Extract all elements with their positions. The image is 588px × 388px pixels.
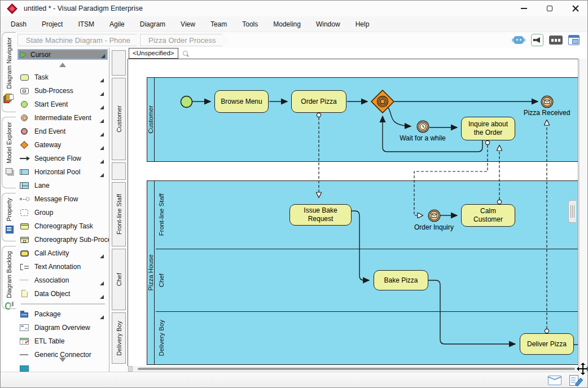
pool-pizza-house-header[interactable]: Pizza House <box>147 181 155 364</box>
app-window: untitled * - Visual Paradigm Enterprise … <box>0 0 588 388</box>
palette-end-event[interactable]: End Event <box>16 125 109 138</box>
panel-layout-icon[interactable] <box>568 35 580 45</box>
etl-table-icon <box>20 337 30 346</box>
event-pizza-received[interactable] <box>541 95 554 108</box>
property-icon <box>5 225 14 233</box>
diagram-backlog-icon <box>5 302 14 306</box>
sequence-flow-icon <box>20 154 30 163</box>
task-bake-pizza[interactable]: Bake Pizza <box>374 270 428 290</box>
minimize-button[interactable] <box>511 1 537 16</box>
menu-diagram[interactable]: Diagram <box>140 20 165 28</box>
vertical-scrollbar[interactable] <box>579 59 588 366</box>
menu-modeling[interactable]: Modeling <box>273 20 301 28</box>
tab-model-explorer[interactable]: Model Explorer <box>2 117 16 188</box>
palette-diagram-overview[interactable]: Diagram Overview <box>16 321 109 334</box>
menu-window[interactable]: Window <box>316 20 340 28</box>
panel-grip-handle[interactable] <box>568 200 576 223</box>
announcement-megaphone-icon[interactable] <box>531 34 543 46</box>
palette-gateway[interactable]: Gateway <box>16 138 109 152</box>
palette-scroll-up-icon[interactable] <box>59 63 66 67</box>
lane-chef[interactable]: Chef <box>156 249 579 311</box>
menu-team[interactable]: Team <box>210 20 227 28</box>
cursor-icon <box>21 52 26 58</box>
lane-header-strip: Customer Front-line Staff Chef Delivery … <box>109 48 128 372</box>
tab-diagram-backlog[interactable]: Diagram Backlog <box>2 246 16 309</box>
choreography-task-icon <box>20 222 30 231</box>
diagram-canvas[interactable]: Customer Pizza House Front-line Staff Ch… <box>128 59 578 366</box>
menu-dash[interactable]: Dash <box>11 20 27 28</box>
start-event-node[interactable] <box>180 95 193 108</box>
palette-choreography-sub-process[interactable]: Choreography Sub-Process <box>16 233 109 246</box>
task-order-pizza[interactable]: Order Pizza <box>291 90 346 113</box>
menu-project[interactable]: Project <box>42 20 63 28</box>
edit-note-icon[interactable] <box>569 375 578 386</box>
maximize-button[interactable] <box>537 1 563 16</box>
palette-group[interactable]: Group <box>16 206 109 219</box>
pool-customer-header[interactable]: Customer <box>147 78 155 161</box>
breadcrumb-tab-pizza-order[interactable]: Pizza Order Process <box>140 34 229 46</box>
task-issue-bake-request[interactable]: Issue Bake Request <box>289 204 352 226</box>
lane-delivery-boy[interactable]: Delivery Boy <box>156 311 579 364</box>
task-icon <box>20 73 30 82</box>
task-deliver-pizza[interactable]: Deliver Pizza <box>520 333 574 355</box>
task-browse-menu[interactable]: Browse Menu <box>214 90 269 113</box>
event-wait-timer[interactable] <box>416 120 429 133</box>
palette-cursor[interactable]: Cursor <box>17 49 108 60</box>
breadcrumb-tab-state-machine[interactable]: State Machine Diagram - Phone <box>17 34 143 46</box>
palette-sequence-flow[interactable]: Sequence Flow <box>16 152 109 165</box>
palette-clipped-item[interactable] <box>16 361 109 372</box>
palette-task[interactable]: Task <box>16 70 109 84</box>
group-icon <box>20 208 30 217</box>
magnifier-icon[interactable] <box>182 50 190 58</box>
menu-tools[interactable]: Tools <box>242 20 258 28</box>
tab-property[interactable]: Property <box>2 193 16 241</box>
palette-lane[interactable]: Lane <box>16 179 109 192</box>
palette-message-flow[interactable]: Message Flow <box>16 192 109 206</box>
palette-association[interactable]: Association <box>16 274 109 287</box>
menu-view[interactable]: View <box>181 20 195 28</box>
menu-agile[interactable]: Agile <box>109 20 125 28</box>
close-button[interactable] <box>563 1 588 16</box>
strip-box-blank-top <box>112 50 126 76</box>
palette-horizontal-pool[interactable]: Horizontal Pool <box>16 165 109 179</box>
palette-sub-process[interactable]: +Sub-Process <box>16 84 109 98</box>
message-envelope-icon[interactable] <box>548 376 561 385</box>
data-object-icon <box>20 289 30 298</box>
diagram-overview-icon <box>20 323 30 332</box>
event-order-inquiry[interactable] <box>428 209 441 222</box>
strip-box-frontline-staff: Front-line Staff <box>112 182 126 246</box>
breadcrumb: State Machine Diagram - Phone Pizza Orde… <box>16 32 588 48</box>
event-gateway-node[interactable] <box>370 89 395 114</box>
palette-intermediate-event[interactable]: Intermediate Event <box>16 111 109 125</box>
menu-itsm[interactable]: ITSM <box>78 20 94 28</box>
strip-box-blank-gap <box>112 162 126 180</box>
strip-box-delivery-boy: Delivery Boy <box>112 312 126 364</box>
ai-robot-icon[interactable] <box>512 34 525 46</box>
palette-etl-table[interactable]: ETL Table <box>16 334 109 348</box>
label-pizza-received: Pizza Received <box>518 109 576 117</box>
horizontal-scrollbar[interactable] <box>128 366 588 372</box>
palette-start-event[interactable]: Start Event <box>16 98 109 111</box>
diagram-tab-unspecified[interactable]: <Unspecified> <box>129 48 178 59</box>
package-icon <box>20 310 30 319</box>
palette-text-annotation[interactable]: Text Annotation <box>16 260 109 274</box>
palette-package[interactable]: Package <box>16 307 109 321</box>
title-bar: untitled * - Visual Paradigm Enterprise <box>1 1 588 16</box>
window-title: untitled * - Visual Paradigm Enterprise <box>24 5 143 12</box>
clipped-item-icon <box>20 364 30 372</box>
pan-move-cursor-icon <box>577 363 588 374</box>
filmstrip-capture-icon[interactable] <box>549 36 563 45</box>
end-event-icon <box>20 127 30 136</box>
horizontal-scrollbar-stub[interactable] <box>128 366 133 372</box>
task-calm-customer[interactable]: Calm Customer <box>461 204 515 227</box>
horizontal-scrollbar-thumb[interactable] <box>138 368 575 370</box>
tab-diagram-navigator[interactable]: Diagram Navigator <box>2 32 16 112</box>
task-inquire-about-order[interactable]: Inquire about the Order <box>461 117 515 140</box>
menu-help[interactable]: Help <box>356 20 370 28</box>
palette-choreography-task[interactable]: Choreography Task <box>16 219 109 233</box>
palette-scroll-down-icon[interactable] <box>59 358 66 362</box>
sidebar-rail: Diagram Navigator Model Explorer Propert… <box>1 32 16 372</box>
palette-call-activity[interactable]: Call Activity <box>16 246 109 260</box>
association-icon <box>20 276 30 285</box>
palette-data-object[interactable]: Data Object <box>16 287 109 301</box>
